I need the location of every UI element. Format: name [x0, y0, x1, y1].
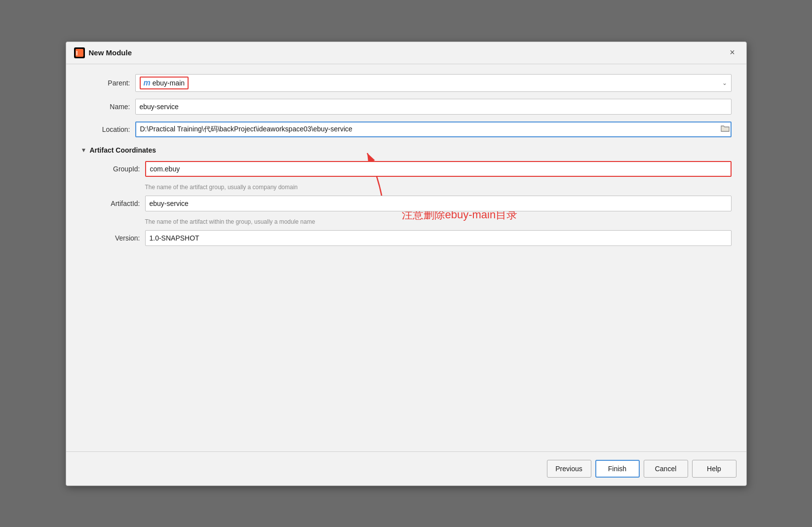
cancel-button[interactable]: Cancel — [644, 460, 688, 478]
svg-text:I: I — [76, 50, 77, 57]
name-input[interactable] — [135, 99, 732, 115]
version-row: Version: — [91, 230, 732, 246]
version-label: Version: — [91, 234, 140, 242]
artifact-id-hint: The name of the artifact within the grou… — [145, 218, 732, 225]
parent-highlight-box: m ebuy-main — [140, 77, 189, 89]
version-input[interactable] — [145, 230, 732, 246]
group-id-input-wrap — [145, 161, 732, 177]
location-input[interactable] — [135, 122, 732, 137]
help-button[interactable]: Help — [692, 460, 736, 478]
collapse-arrow-icon[interactable]: ▼ — [81, 147, 87, 154]
artifact-id-row: ArtifactId: — [91, 196, 732, 211]
dialog-footer: Previous Finish Cancel Help — [66, 451, 746, 486]
dialog-content: Parent: m ebuy-main ⌄ Name: — [66, 64, 746, 451]
artifact-id-input-wrap — [145, 196, 732, 211]
chevron-down-icon: ⌄ — [722, 80, 727, 86]
location-label: Location: — [81, 125, 130, 133]
browse-folder-button[interactable] — [721, 125, 730, 134]
group-id-label: GroupId: — [91, 165, 140, 173]
name-label: Name: — [81, 103, 130, 111]
close-button[interactable]: × — [727, 47, 738, 59]
name-input-wrap — [135, 99, 732, 115]
parent-value: ebuy-main — [153, 79, 185, 87]
title-bar: I New Module × — [66, 42, 746, 64]
artifact-section-header: ▼ Artifact Coordinates — [81, 146, 732, 154]
parent-dropdown[interactable]: m ebuy-main ⌄ — [135, 74, 732, 92]
artifact-id-label: ArtifactId: — [91, 200, 140, 207]
group-id-hint: The name of the artifact group, usually … — [145, 184, 732, 191]
parent-row: Parent: m ebuy-main ⌄ — [81, 74, 732, 92]
parent-label: Parent: — [81, 79, 130, 87]
name-row: Name: — [81, 99, 732, 115]
title-bar-left: I New Module — [74, 47, 132, 58]
location-row: Location: — [81, 122, 732, 137]
parent-dropdown-wrap: m ebuy-main ⌄ — [135, 74, 732, 92]
section-title: Artifact Coordinates — [89, 146, 156, 154]
app-icon: I — [74, 47, 85, 58]
previous-button[interactable]: Previous — [547, 460, 591, 478]
new-module-dialog: I New Module × Parent: m ebuy-main ⌄ — [66, 41, 747, 486]
maven-icon: m — [144, 79, 151, 87]
group-id-input[interactable] — [145, 161, 732, 177]
finish-button[interactable]: Finish — [595, 460, 640, 478]
group-id-row: GroupId: — [91, 161, 732, 177]
artifact-section-content: GroupId: The name of the artifact group,… — [81, 161, 732, 246]
artifact-id-input[interactable] — [145, 196, 732, 211]
version-input-wrap — [145, 230, 732, 246]
dialog-title: New Module — [89, 48, 132, 57]
location-input-wrap — [135, 122, 732, 137]
